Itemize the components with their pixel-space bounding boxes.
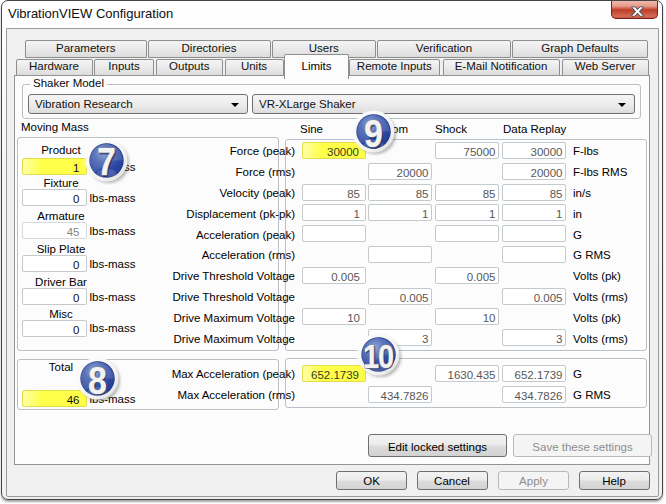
svg-text:10: 10 (363, 336, 393, 375)
svg-text:8: 8 (87, 359, 106, 403)
svg-text:9: 9 (364, 112, 383, 156)
svg-text:7: 7 (97, 140, 116, 184)
